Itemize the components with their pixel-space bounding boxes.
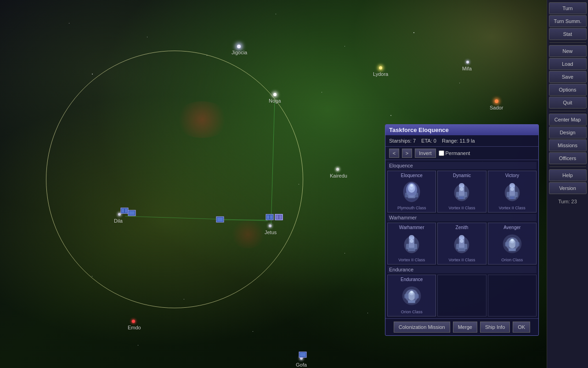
ship-info-button[interactable]: Ship Info (480, 322, 510, 333)
svg-rect-17 (300, 353, 305, 356)
svg-rect-62 (505, 242, 509, 247)
merge-button[interactable]: Merge (453, 322, 477, 333)
fleet-marker-jetus1[interactable] (266, 214, 274, 220)
svg-point-37 (509, 183, 515, 188)
permanent-label: Permanent (439, 150, 470, 156)
quit-button[interactable]: Quit (549, 97, 587, 109)
colonization-mission-button[interactable]: Colonization Mission (394, 322, 450, 333)
eta-value: 0 (434, 138, 436, 144)
ship-icon-eloquence (399, 179, 424, 205)
load-button[interactable]: Load (549, 58, 587, 70)
invert-button[interactable]: Invert (415, 149, 436, 158)
svg-rect-56 (458, 247, 465, 251)
save-button[interactable]: Save (549, 71, 587, 83)
ship-cell-empty-2 (488, 275, 537, 316)
ship-icon-victory (499, 179, 525, 205)
ship-cell-endurance[interactable]: Endurance Orion Class (387, 275, 436, 316)
ship-cell-empty-1 (437, 275, 486, 316)
svg-rect-11 (267, 215, 269, 219)
svg-point-25 (410, 184, 413, 187)
svg-rect-5 (125, 209, 127, 213)
star-jetus[interactable] (269, 224, 271, 227)
starships-label: Starships: 7 (389, 138, 416, 144)
star-emdo[interactable] (132, 320, 135, 323)
svg-point-28 (459, 183, 464, 188)
ship-row-label-1: Eloquence (387, 162, 537, 169)
fleet-marker-dila2[interactable] (128, 210, 136, 216)
ship-class-dynamic: Vortex II Class (448, 206, 475, 210)
ship-row-label-2: Warhammer (387, 214, 537, 221)
fleet-marker-gofa[interactable] (299, 351, 307, 358)
svg-point-53 (459, 235, 464, 240)
star-noga[interactable] (273, 93, 277, 96)
ship-row-label-3: Endurance (387, 266, 537, 273)
help-button[interactable]: Help (549, 169, 587, 181)
turn-button[interactable]: Turn (549, 2, 587, 14)
ship-cell-victory[interactable]: Victory Vortex II Class (488, 171, 537, 213)
star-sador[interactable] (495, 99, 498, 103)
ship-icon-warhammer (399, 231, 424, 257)
stat-button[interactable]: Stat (549, 28, 587, 40)
svg-rect-33 (460, 196, 462, 199)
fleet-marker-mid[interactable] (216, 216, 224, 223)
ship-cell-eloquence[interactable]: Eloquence Plymouth Class (387, 171, 436, 213)
prev-button[interactable]: < (389, 149, 399, 158)
options-button[interactable]: Options (549, 84, 587, 96)
ship-icon-endurance (399, 283, 424, 309)
ship-class-victory: Vortex II Class (499, 206, 526, 210)
new-button[interactable]: New (549, 45, 587, 57)
ship-name-avenger: Avenger (503, 225, 520, 230)
svg-rect-4 (122, 209, 124, 213)
range-value: 11.9 la (459, 138, 475, 144)
taskforce-info: Starships: 7 ETA: 0 Range: 11.9 la (385, 135, 538, 147)
ship-class-warhammer: Vortex II Class (398, 258, 425, 262)
officers-button[interactable]: Officers (549, 152, 587, 164)
svg-rect-7 (129, 211, 135, 215)
range-label: Range: 11.9 la (442, 138, 475, 144)
taskforce-buttons: Colonization Mission Merge Ship Info OK (385, 318, 538, 335)
permanent-checkbox[interactable] (439, 150, 444, 156)
ship-cell-zenith[interactable]: Zenith Vortex II Class (437, 223, 486, 264)
svg-point-73 (410, 291, 413, 293)
ship-grid: Eloquence Eloquence Plymouth Class Dynam… (385, 160, 538, 318)
ship-icon-dynamic (449, 179, 475, 205)
missions-button[interactable]: Missions (549, 139, 587, 151)
svg-point-41 (510, 187, 514, 191)
taskforce-title: Taskforce Eloquence (385, 125, 538, 135)
star-mifa[interactable] (466, 61, 469, 63)
svg-rect-21 (408, 196, 415, 198)
ship-cell-avenger[interactable]: Avenger Orion Class (488, 223, 537, 264)
ship-name-victory: Victory (505, 173, 519, 178)
svg-rect-49 (408, 247, 415, 251)
star-jigocia[interactable] (237, 45, 241, 48)
svg-rect-34 (462, 196, 464, 199)
svg-rect-43 (512, 196, 514, 199)
turn-number: 23 (571, 199, 577, 204)
turn-summ-button[interactable]: Turn Summ. (549, 15, 587, 27)
version-button[interactable]: Version (549, 182, 587, 194)
ship-cell-warhammer[interactable]: Warhammer Vortex II Class (387, 223, 436, 264)
ship-cell-dynamic[interactable]: Dynamic Vortex II Class (437, 171, 486, 213)
svg-point-46 (409, 235, 414, 240)
sidebar-divider-1 (549, 42, 586, 43)
svg-rect-23 (414, 193, 418, 197)
svg-rect-42 (510, 196, 512, 199)
svg-rect-71 (414, 294, 419, 299)
ship-icon-zenith (449, 231, 475, 257)
star-kairedu[interactable] (336, 168, 339, 171)
svg-point-50 (410, 239, 413, 243)
ship-icon-avenger (499, 231, 525, 257)
svg-rect-12 (270, 215, 272, 219)
ship-name-zenith: Zenith (456, 225, 469, 230)
ship-name-eloquence: Eloquence (401, 173, 423, 178)
fleet-marker-jetus2[interactable] (275, 214, 283, 220)
ship-name-dynamic: Dynamic (453, 173, 471, 178)
svg-point-65 (511, 239, 514, 242)
ok-button[interactable]: OK (513, 322, 530, 333)
center-map-button[interactable]: Center Map (549, 114, 587, 126)
svg-rect-63 (515, 242, 520, 247)
design-button[interactable]: Design (549, 126, 587, 138)
star-lydora[interactable] (379, 66, 382, 69)
svg-rect-14 (276, 215, 278, 219)
next-button[interactable]: > (402, 149, 412, 158)
